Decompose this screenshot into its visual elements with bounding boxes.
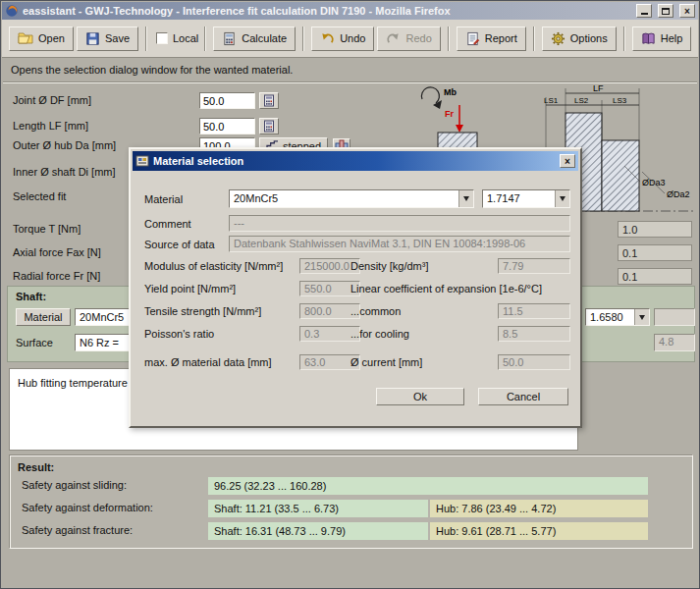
- material-label: Material: [144, 193, 183, 205]
- dia-da2-label: ØDa2: [667, 189, 690, 199]
- options-label: Options: [570, 32, 608, 44]
- save-disk-icon: [85, 31, 100, 46]
- minimize-icon: [641, 13, 648, 15]
- result-sliding-label: Safety against sliding:: [22, 479, 127, 491]
- dim-ls3-label: LS3: [613, 96, 627, 105]
- material-name-combo[interactable]: 20MnCr5: [229, 189, 474, 208]
- current-diameter-field: 50.0: [498, 354, 570, 370]
- shaft-material-number-combo[interactable]: 1.6580: [585, 308, 650, 326]
- comment-field: ---: [229, 215, 570, 232]
- status-text: Opens the selection dialog window for th…: [11, 64, 293, 76]
- local-checkbox[interactable]: [156, 32, 168, 44]
- result-section: Result: Safety against sliding: 96.25 (3…: [9, 455, 693, 549]
- dialog-titlebar[interactable]: Material selection ×: [133, 151, 578, 171]
- chevron-down-icon: [639, 315, 645, 320]
- window-title: eassistant - GWJ-Technology - Interferen…: [23, 5, 630, 17]
- report-label: Report: [485, 32, 517, 44]
- modulus-label: Modulus of elasticity [N/mm²]: [144, 260, 283, 272]
- hub-fitting-temperature-label: Hub fitting temperature: [18, 377, 128, 389]
- open-folder-icon: [18, 30, 33, 46]
- help-button[interactable]: Help: [632, 27, 692, 51]
- save-button[interactable]: Save: [77, 27, 138, 51]
- shaft-surface-label: Surface: [16, 337, 53, 348]
- shaft-header: Shaft:: [16, 291, 46, 302]
- shaft-material-number-dropdown-button[interactable]: [634, 309, 649, 325]
- close-button[interactable]: ×: [679, 4, 695, 18]
- axial-force-label: Axial force Fax [N]: [13, 246, 101, 258]
- result-deformation-label: Safety against deformation:: [22, 502, 153, 513]
- joint-diameter-label: Joint Ø DF [mm]: [13, 94, 91, 106]
- material-number-dropdown-button[interactable]: [555, 190, 569, 207]
- cancel-button[interactable]: Cancel: [478, 388, 568, 405]
- result-deformation-hub: Hub: 7.86 (23.49 ... 4.72): [430, 500, 648, 517]
- local-toggle[interactable]: Local: [156, 32, 198, 44]
- length-calculator-button[interactable]: [259, 118, 279, 134]
- shaft-extra-field-top: [654, 308, 695, 326]
- joint-calculator-button[interactable]: [259, 92, 279, 109]
- shaft-material-button[interactable]: Material: [16, 308, 71, 326]
- minimize-button[interactable]: [636, 4, 652, 18]
- result-header: Result:: [18, 461, 54, 473]
- cancel-label: Cancel: [507, 391, 540, 402]
- ok-button[interactable]: Ok: [376, 388, 464, 405]
- density-field: 7.79: [498, 258, 570, 274]
- radial-force-value-field: 0.1: [618, 268, 692, 285]
- options-button[interactable]: Options: [542, 27, 617, 51]
- close-icon: ×: [684, 6, 690, 17]
- redo-button[interactable]: Redo: [377, 27, 440, 51]
- joint-diameter-input[interactable]: [199, 92, 255, 109]
- firefox-icon: [5, 4, 19, 18]
- moment-mb-label: Mb: [444, 87, 457, 97]
- expansion-cooling-field: 8.5: [498, 326, 570, 342]
- toolbar-separator: [623, 27, 625, 51]
- expansion-coefficient-label: Linear coefficient of expansion [1e-6/°C…: [350, 283, 542, 294]
- material-selection-dialog: Material selection × Material 20MnCr5 1.…: [129, 147, 582, 428]
- maximize-icon: [662, 8, 670, 15]
- material-number-combo[interactable]: 1.7147: [482, 189, 570, 208]
- dim-ls1-label: LS1: [544, 96, 559, 105]
- maximize-button[interactable]: [658, 4, 673, 18]
- poisson-ratio-label: Poisson's ratio: [144, 328, 214, 340]
- close-icon: ×: [565, 156, 570, 167]
- toolbar: Open Save Local Calculate: [2, 20, 698, 58]
- save-label: Save: [105, 32, 130, 44]
- material-name-dropdown-button[interactable]: [458, 190, 473, 207]
- inner-shaft-diameter-label: Inner Ø shaft Di [mm]: [13, 166, 116, 178]
- mini-calculator-icon: [263, 94, 275, 107]
- shaft-roughness-field: 4.8: [654, 334, 695, 351]
- source-of-data-label: Source of data: [144, 239, 215, 250]
- yield-point-label: Yield point [N/mm²]: [144, 283, 236, 294]
- open-label: Open: [38, 32, 65, 44]
- current-diameter-label: Ø current [mm]: [350, 356, 422, 368]
- density-label: Density [kg/dm³]: [350, 260, 428, 272]
- tensile-strength-label: Tensile strength [N/mm²]: [144, 305, 261, 317]
- calculate-label: Calculate: [242, 32, 287, 44]
- comment-label: Comment: [144, 218, 191, 230]
- length-input[interactable]: [199, 118, 255, 134]
- calculator-icon: [222, 31, 237, 46]
- redo-arrow-icon: [386, 31, 401, 46]
- undo-button[interactable]: Undo: [311, 27, 374, 51]
- selected-fit-label: Selected fit: [13, 190, 66, 202]
- calculate-button[interactable]: Calculate: [213, 27, 296, 51]
- result-fracture-shaft: Shaft: 16.31 (48.73 ... 9.79): [208, 522, 428, 540]
- expansion-cooling-label: ...for cooling: [350, 328, 409, 340]
- shaft-material-number-value: 1.6580: [586, 309, 634, 325]
- toolbar-separator: [204, 27, 206, 51]
- mini-calculator-icon: [263, 120, 275, 133]
- toolbar-separator: [145, 27, 147, 51]
- undo-label: Undo: [340, 32, 365, 44]
- dialog-close-button[interactable]: ×: [560, 154, 575, 168]
- shaft-material-button-label: Material: [24, 311, 62, 323]
- expansion-common-label: ...common: [350, 305, 401, 317]
- open-button[interactable]: Open: [9, 27, 74, 51]
- chevron-down-icon: [560, 196, 565, 201]
- expansion-common-field: 11.5: [498, 303, 570, 319]
- material-name-value: 20MnCr5: [230, 190, 458, 207]
- outer-hub-diameter-label: Outer Ø hub Da [mm]: [13, 139, 116, 151]
- force-fr-label: Fr: [445, 109, 454, 119]
- material-number-value: 1.7147: [483, 190, 555, 207]
- ok-label: Ok: [413, 391, 427, 402]
- radial-force-label: Radial force Fr [N]: [13, 270, 100, 282]
- report-button[interactable]: Report: [457, 27, 526, 51]
